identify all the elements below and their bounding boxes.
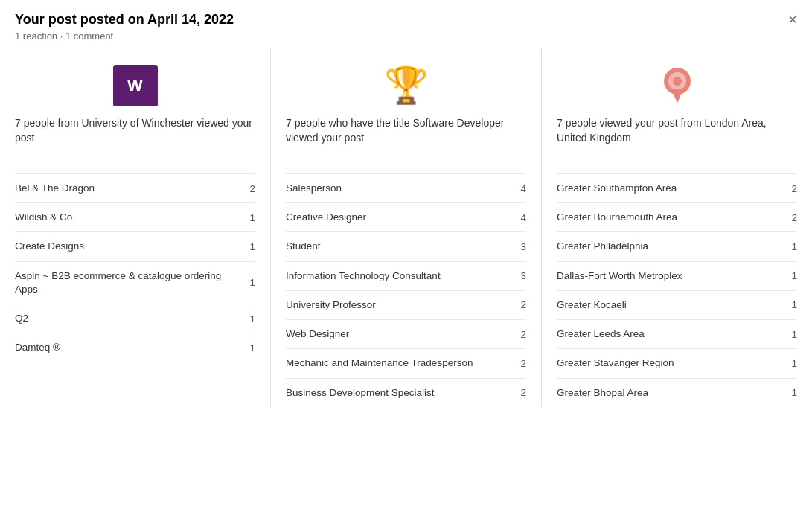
stat-row: Greater Kocaeli1 bbox=[557, 290, 797, 319]
column-description-locations: 7 people viewed your post from London Ar… bbox=[557, 115, 797, 160]
stat-count: 2 bbox=[514, 358, 526, 369]
stat-row: Damteq ®1 bbox=[15, 333, 255, 362]
stat-count: 1 bbox=[243, 313, 255, 325]
stat-row: Web Designer2 bbox=[286, 319, 526, 348]
stat-count: 3 bbox=[514, 241, 526, 252]
stat-count: 1 bbox=[785, 358, 797, 369]
stat-count: 1 bbox=[243, 277, 255, 288]
column-description-titles: 7 people who have the title Software Dev… bbox=[286, 115, 526, 160]
stat-count: 1 bbox=[785, 270, 797, 281]
stat-label: Business Development Specialist bbox=[286, 386, 514, 400]
stat-label: Wildish & Co. bbox=[15, 211, 243, 224]
stat-label: Greater Philadelphia bbox=[557, 240, 785, 253]
stat-count: 1 bbox=[243, 212, 255, 223]
stat-row: Mechanic and Maintenance Tradesperson2 bbox=[286, 348, 526, 377]
column-locations: 7 people viewed your post from London Ar… bbox=[542, 48, 812, 407]
stat-row: Student3 bbox=[286, 231, 526, 261]
stat-count: 1 bbox=[785, 241, 797, 252]
stat-row: Greater Bhopal Area1 bbox=[557, 378, 797, 407]
stat-label: Create Designs bbox=[15, 240, 243, 253]
location-pin-icon bbox=[661, 65, 694, 106]
stat-row: Dallas-Fort Worth Metroplex1 bbox=[557, 261, 797, 290]
svg-point-2 bbox=[673, 77, 682, 86]
stat-label: Dallas-Fort Worth Metroplex bbox=[557, 269, 785, 283]
stat-row: Bel & The Dragon2 bbox=[15, 173, 255, 202]
header-text-group: Your post posted on April 14, 2022 1 rea… bbox=[15, 12, 234, 42]
trophy-icon: 🏆 bbox=[286, 56, 526, 115]
stat-row: Aspin ~ B2B ecommerce & catalogue orderi… bbox=[15, 261, 255, 304]
stat-count: 2 bbox=[514, 329, 526, 340]
stat-count: 4 bbox=[514, 183, 526, 194]
stat-label: Greater Stavanger Region bbox=[557, 357, 785, 370]
stat-label: Mechanic and Maintenance Tradesperson bbox=[286, 357, 514, 370]
column-titles: 🏆7 people who have the title Software De… bbox=[271, 48, 542, 407]
stat-row: Business Development Specialist2 bbox=[286, 378, 526, 407]
modal: Your post posted on April 14, 2022 1 rea… bbox=[0, 0, 812, 407]
stat-row: University Professor2 bbox=[286, 290, 526, 319]
stat-count: 1 bbox=[243, 342, 255, 354]
stat-count: 2 bbox=[785, 183, 797, 194]
stat-row: Q21 bbox=[15, 304, 255, 333]
pin-icon bbox=[557, 56, 797, 115]
modal-subtitle: 1 reaction · 1 comment bbox=[15, 31, 234, 42]
university-icon: W bbox=[15, 56, 255, 115]
stat-label: Student bbox=[286, 240, 514, 253]
stat-label: Greater Bhopal Area bbox=[557, 386, 785, 400]
stat-label: Information Technology Consultant bbox=[286, 269, 514, 283]
stat-count: 2 bbox=[514, 299, 526, 310]
stat-row: Information Technology Consultant3 bbox=[286, 261, 526, 290]
stat-row: Greater Southampton Area2 bbox=[557, 173, 797, 202]
stat-row: Salesperson4 bbox=[286, 173, 526, 202]
stat-row: Greater Leeds Area1 bbox=[557, 319, 797, 348]
stat-label: Web Designer bbox=[286, 328, 514, 341]
stat-label: Damteq ® bbox=[15, 341, 243, 354]
stat-count: 1 bbox=[785, 387, 797, 398]
stat-count: 1 bbox=[243, 241, 255, 252]
stat-count: 4 bbox=[514, 212, 526, 223]
stat-label: University Professor bbox=[286, 298, 514, 312]
svg-marker-3 bbox=[671, 89, 683, 103]
columns-container: W7 people from University of Winchester … bbox=[0, 48, 812, 407]
stat-label: Greater Leeds Area bbox=[557, 328, 785, 341]
stat-label: Bel & The Dragon bbox=[15, 182, 243, 195]
column-description-companies: 7 people from University of Winchester v… bbox=[15, 115, 255, 160]
stat-row: Greater Stavanger Region1 bbox=[557, 348, 797, 377]
stat-label: Salesperson bbox=[286, 182, 514, 195]
stat-row: Wildish & Co.1 bbox=[15, 202, 255, 231]
stat-count: 2 bbox=[514, 387, 526, 398]
stat-count: 1 bbox=[785, 329, 797, 340]
close-button[interactable]: × bbox=[788, 12, 797, 27]
stat-label: Greater Kocaeli bbox=[557, 298, 785, 312]
stat-row: Greater Bournemouth Area2 bbox=[557, 202, 797, 231]
modal-header: Your post posted on April 14, 2022 1 rea… bbox=[0, 0, 812, 48]
modal-title: Your post posted on April 14, 2022 bbox=[15, 12, 234, 28]
stat-row: Greater Philadelphia1 bbox=[557, 231, 797, 261]
stat-count: 2 bbox=[243, 183, 255, 194]
stat-label: Aspin ~ B2B ecommerce & catalogue orderi… bbox=[15, 269, 243, 296]
stat-label: Creative Designer bbox=[286, 211, 514, 224]
stat-label: Greater Bournemouth Area bbox=[557, 211, 785, 224]
stat-label: Q2 bbox=[15, 312, 243, 325]
stat-count: 2 bbox=[785, 212, 797, 223]
stat-row: Create Designs1 bbox=[15, 231, 255, 261]
stat-count: 1 bbox=[785, 299, 797, 310]
column-companies: W7 people from University of Winchester … bbox=[0, 48, 271, 407]
university-logo: W bbox=[113, 66, 158, 106]
trophy-icon: 🏆 bbox=[384, 65, 429, 106]
stat-label: Greater Southampton Area bbox=[557, 182, 785, 195]
stat-row: Creative Designer4 bbox=[286, 202, 526, 231]
stat-count: 3 bbox=[514, 270, 526, 281]
